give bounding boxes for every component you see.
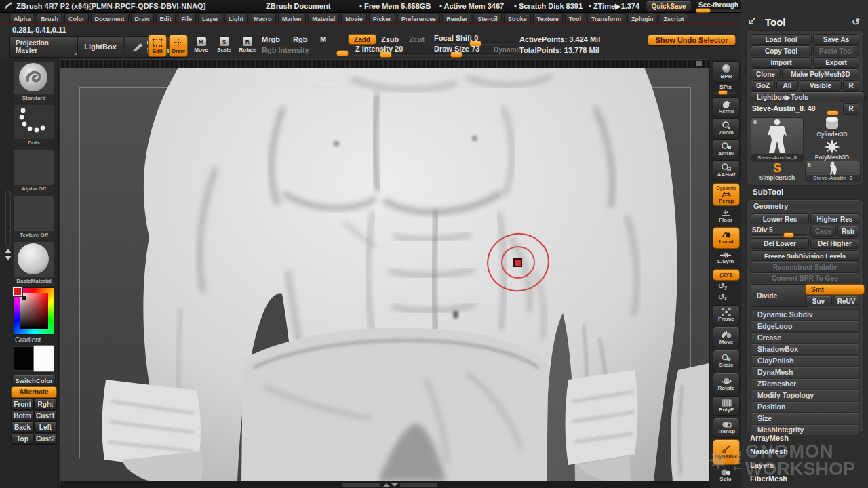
view-front-button[interactable]: Front — [11, 399, 34, 409]
zoom-button[interactable]: Zoom — [713, 118, 740, 138]
scroll-button[interactable]: Scroll — [713, 97, 740, 117]
palette-grab-icon[interactable] — [746, 16, 757, 27]
freeze-subdivision-button[interactable]: Freeze SubDivision Levels — [751, 250, 859, 261]
tray-collapse-up-icon[interactable] — [5, 249, 12, 253]
projection-master-button[interactable]: Projection Master — [9, 36, 81, 58]
palette-layers[interactable]: Layers — [750, 461, 774, 469]
menu-alpha[interactable]: Alpha — [9, 14, 35, 24]
tool-cylinder3d[interactable]: Cylinder3D — [805, 116, 859, 139]
scroll-down-icon[interactable] — [391, 483, 398, 487]
restore-config-icon[interactable]: ↺ — [852, 16, 860, 27]
section-modify-topology[interactable]: Modify Topology — [750, 390, 860, 401]
gradient-label[interactable]: Gradient — [15, 336, 41, 344]
menu-tool[interactable]: Tool — [565, 14, 585, 24]
menu-edit[interactable]: Edit — [156, 14, 176, 24]
recent-tool-thumb[interactable]: 6 Steve-Austin_8 — [805, 161, 861, 182]
section-crease[interactable]: Crease — [750, 332, 860, 344]
lsym-button[interactable]: L.Sym — [713, 249, 738, 267]
section-edgeloop[interactable]: EdgeLoop — [750, 321, 860, 332]
reuv-button[interactable]: ReUV — [833, 296, 859, 306]
menu-zplugin[interactable]: Zplugin — [627, 14, 658, 24]
spin-y-icon[interactable]: ↺y — [718, 282, 727, 291]
section-claypolish[interactable]: ClayPolish — [750, 355, 860, 367]
del-higher-button[interactable]: Del Higher — [810, 238, 859, 249]
goz-button[interactable]: GoZ — [751, 80, 775, 91]
divide-button[interactable]: Divide — [751, 284, 809, 307]
frame-button[interactable]: Frame — [713, 305, 740, 325]
menu-material[interactable]: Material — [308, 14, 339, 24]
tool-name-slider[interactable] — [827, 110, 839, 115]
z-intensity-handle[interactable] — [380, 52, 392, 58]
save-as-button[interactable]: Save As — [813, 34, 859, 45]
view-botm-button[interactable]: Botm — [11, 410, 34, 421]
canvas[interactable] — [60, 68, 709, 481]
section-size[interactable]: Size — [750, 413, 860, 424]
suv-button[interactable]: Suv — [805, 296, 832, 306]
menu-texture[interactable]: Texture — [533, 14, 563, 24]
current-alpha-thumb[interactable]: Alpha Off — [14, 149, 54, 194]
hscroll-right[interactable] — [400, 483, 437, 487]
section-dynamic-subdiv[interactable]: Dynamic Subdiv — [750, 309, 860, 321]
alternate-button[interactable]: Alternate — [11, 386, 57, 398]
transp-button[interactable]: Transp — [713, 418, 740, 438]
export-button[interactable]: Export — [813, 57, 859, 68]
section-shadowbox[interactable]: ShadowBox — [750, 344, 860, 355]
menu-layer[interactable]: Layer — [198, 14, 222, 24]
import-button[interactable]: Import — [751, 57, 812, 68]
palette-arraymesh[interactable]: ArrayMesh — [750, 434, 789, 442]
rgb-button[interactable]: Rgb — [293, 35, 307, 43]
secondary-color-swatch[interactable] — [33, 345, 54, 372]
floor-button[interactable]: Floor — [713, 207, 738, 225]
tool-simplebrush[interactable]: S SimpleBrush — [753, 162, 801, 184]
menu-light[interactable]: Light — [224, 14, 248, 24]
menu-brush[interactable]: Brush — [37, 14, 62, 24]
menu-marker[interactable]: Marker — [278, 14, 307, 24]
m-button[interactable]: M — [320, 35, 326, 43]
zadd-button[interactable]: Zadd — [348, 34, 376, 45]
goz-r-button[interactable]: R — [843, 80, 859, 91]
palette-fibermesh[interactable]: FiberMesh — [750, 474, 787, 483]
subtool-section-header[interactable]: SubTool — [746, 187, 863, 197]
section-position[interactable]: Position — [750, 401, 860, 413]
goz-all-button[interactable]: All — [776, 80, 798, 91]
load-tool-button[interactable]: Load Tool — [751, 34, 812, 45]
rotate3d-button[interactable]: Rotate — [713, 373, 740, 394]
move3d-button[interactable]: Move — [713, 327, 740, 348]
make-polymesh3d-button[interactable]: Make PolyMesh3D — [782, 68, 859, 79]
rgb-intensity-slider[interactable] — [260, 52, 349, 54]
current-brush-thumb[interactable]: Standard — [14, 61, 54, 103]
smt-button[interactable]: Smt — [805, 284, 865, 295]
view-back-button[interactable]: Back — [11, 422, 34, 432]
scroll-up-icon[interactable] — [383, 483, 390, 487]
lightbox-tools-button[interactable]: Lightbox▶Tools — [751, 92, 865, 102]
view-top-button[interactable]: Top — [11, 433, 34, 444]
ghost-dynamic-button[interactable]: Dynamic — [713, 439, 740, 465]
tool-r-button[interactable]: R — [843, 103, 859, 115]
spix-control[interactable]: SPix — [713, 84, 738, 93]
local-button[interactable]: Local — [713, 227, 740, 249]
higher-res-button[interactable]: Higher Res — [810, 214, 859, 224]
menu-movie[interactable]: Movie — [341, 14, 367, 24]
tray-collapse-down-icon[interactable] — [5, 256, 12, 260]
move-button[interactable]: M Move — [192, 35, 210, 56]
copy-tool-button[interactable]: Copy Tool — [751, 45, 812, 56]
mrgb-button[interactable]: Mrgb — [262, 35, 280, 43]
clone-button[interactable]: Clone — [751, 68, 781, 79]
active-tool-thumb[interactable]: 6 Steve-Austin_8 — [751, 117, 804, 162]
menu-stencil[interactable]: Stencil — [473, 14, 502, 24]
lightbox-button[interactable]: LightBox — [77, 36, 123, 58]
xyz-button[interactable]: ( XYZ — [713, 269, 740, 281]
current-tool-name[interactable]: Steve-Austin_8. 48 — [752, 104, 815, 113]
see-through-slider-handle[interactable] — [696, 8, 711, 13]
menu-render[interactable]: Render — [442, 14, 471, 24]
quicksave-button[interactable]: QuickSave — [646, 1, 692, 12]
menu-picker[interactable]: Picker — [369, 14, 395, 24]
show-undo-selector-button[interactable]: Show Undo Selector — [648, 35, 736, 45]
palette-nanomesh[interactable]: NanoMesh — [750, 447, 788, 455]
polyframe-button[interactable]: PolyF — [713, 396, 740, 416]
timeline-marker[interactable] — [696, 61, 702, 66]
menu-draw[interactable]: Draw — [131, 14, 154, 24]
menu-zscript[interactable]: Zscript — [660, 14, 688, 24]
menu-stroke[interactable]: Stroke — [504, 14, 531, 24]
bpr-button[interactable]: BPR — [713, 61, 740, 83]
